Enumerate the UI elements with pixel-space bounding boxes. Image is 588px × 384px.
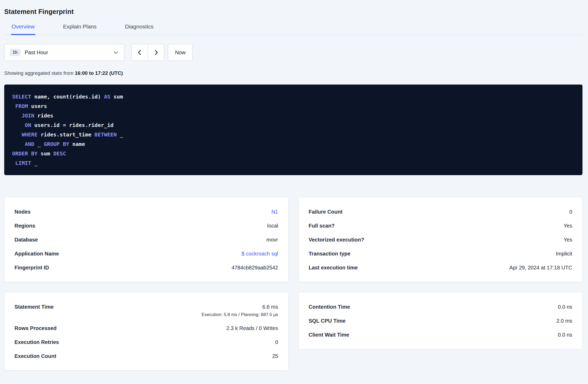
stat-label: Last execution time [309, 265, 358, 271]
overview-card-right: Failure Count0Full scan?YesVectorized ex… [298, 197, 583, 282]
sql-text: name, count(rides.id) [31, 93, 104, 100]
stat-value-group: N1 [271, 209, 278, 215]
sql-text [12, 122, 25, 128]
sql-line: AND _ GROUP BY name [12, 139, 575, 149]
interval-step-group [131, 44, 164, 61]
stat-row: Statement Time6.6 msExecution: 5.8 ms / … [14, 304, 278, 317]
chevron-right-icon [153, 49, 159, 56]
stat-value: 25 [272, 353, 278, 359]
sql-statement-box: SELECT name, count(rides.id) AS sum FROM… [4, 85, 582, 175]
sql-keyword: AS [104, 93, 110, 100]
stat-label: Vectorized execution? [309, 237, 364, 243]
stat-value-group: $ cockroach sql [242, 251, 278, 257]
sql-line: ORDER BY sum DESC [12, 149, 575, 158]
stat-value-link[interactable]: $ cockroach sql [242, 251, 278, 257]
sql-text: rides.start_time [37, 131, 94, 138]
stat-value-group: movr [266, 237, 278, 243]
stat-value-group: 0.0 ns [558, 304, 572, 310]
stat-value-group: 0 [569, 209, 572, 215]
sql-text: sum [110, 93, 123, 100]
chevron-down-icon [113, 50, 119, 55]
sql-text: users.id = rides.rider_id [31, 122, 113, 128]
stat-label: SQL CPU Time [309, 318, 346, 324]
time-interval-badge: 1h [10, 49, 21, 56]
sql-keyword: LIMIT [15, 160, 31, 166]
time-interval-label: Past Hour [25, 50, 113, 56]
stat-value-group: 25 [272, 353, 278, 359]
sql-line: SELECT name, count(rides.id) AS sum [12, 92, 575, 101]
stat-value-group: 2.0 ms [556, 318, 572, 324]
sql-placeholder: _ [34, 141, 44, 147]
stat-row: Client Wait Time0.0 ns [309, 332, 572, 338]
stat-label: Contention Time [309, 304, 350, 310]
stat-label: Statement Time [14, 304, 54, 310]
tab-diagnostics[interactable]: Diagnostics [124, 23, 154, 35]
stat-value-group: 0.0 ns [558, 332, 572, 338]
stat-value-group: Yes [564, 223, 572, 229]
sql-text [12, 112, 22, 119]
stat-label: Execution Count [14, 353, 56, 359]
sql-text [12, 103, 15, 109]
stat-row: Regionslocal [14, 223, 278, 229]
stat-row: Vectorized execution?Yes [309, 237, 572, 243]
aggregated-stats-prefix: Showing aggregated stats from [4, 70, 73, 76]
sql-keyword: GROUP BY [44, 141, 69, 147]
sql-line: FROM users [12, 101, 575, 111]
stat-value: Yes [564, 223, 572, 229]
tab-overview[interactable]: Overview [11, 23, 35, 35]
time-interval-picker[interactable]: 1h Past Hour [4, 44, 124, 61]
sql-placeholder: _ [117, 131, 123, 138]
sql-keyword: SELECT [12, 93, 31, 100]
stat-subvalue: Execution: 5.8 ms / Planning: 687.5 µs [202, 312, 278, 317]
stat-label: Regions [14, 223, 35, 229]
prev-interval-button[interactable] [131, 44, 148, 61]
tab-explain-plans[interactable]: Explain Plans [63, 23, 97, 35]
stat-value-group: Yes [564, 237, 572, 243]
stat-row: Rows Processed2.3 k Reads / 0 Writes [14, 325, 278, 331]
stat-label: Full scan? [309, 223, 335, 229]
stats-cards-grid: NodesN1RegionslocalDatabasemovrApplicati… [4, 197, 582, 371]
overview-card-left: NodesN1RegionslocalDatabasemovrApplicati… [4, 197, 288, 282]
stat-value: Apr 29, 2024 at 17:18 UTC [509, 265, 572, 271]
stat-value-link[interactable]: N1 [271, 209, 278, 215]
stat-value-group: 6.6 msExecution: 5.8 ms / Planning: 687.… [202, 304, 278, 317]
timing-card-right: Contention Time0.0 nsSQL CPU Time2.0 msC… [298, 292, 583, 349]
stat-value-group: 2.3 k Reads / 0 Writes [226, 325, 278, 331]
stat-value-group: Implicit [556, 251, 572, 257]
sql-line: LIMIT _ [12, 158, 575, 168]
stat-label: Fingerprint ID [14, 265, 49, 271]
sql-keyword: FROM [15, 103, 28, 109]
timing-card-left: Statement Time6.6 msExecution: 5.8 ms / … [4, 292, 288, 371]
sql-text [12, 141, 25, 147]
stat-row: SQL CPU Time2.0 ms [309, 318, 572, 324]
sql-keyword: AND [25, 141, 34, 147]
stat-row: Application Name$ cockroach sql [14, 251, 278, 257]
stat-row: Full scan?Yes [309, 223, 572, 229]
stat-value: movr [266, 237, 278, 243]
tab-bar: OverviewExplain PlansDiagnostics [4, 23, 582, 35]
stat-label: Database [14, 237, 38, 243]
stat-label: Failure Count [309, 209, 343, 215]
sql-text: users [28, 103, 47, 109]
chevron-left-icon [137, 49, 143, 56]
stat-value: 6.6 ms [262, 304, 278, 310]
aggregated-stats-line: Showing aggregated stats from 16:00 to 1… [4, 70, 582, 76]
stat-value: Implicit [556, 251, 572, 257]
stat-value: 2.0 ms [556, 318, 572, 324]
stat-label: Nodes [14, 209, 31, 215]
stat-value: Yes [564, 237, 572, 243]
stat-value: 0.0 ns [558, 332, 572, 338]
stat-row: Fingerprint ID4784cb829aab2542 [14, 265, 278, 271]
sql-text: rides [34, 112, 53, 119]
page-title: Statement Fingerprint [4, 8, 582, 16]
sql-keyword: WHERE [22, 131, 37, 138]
stat-row: Last execution timeApr 29, 2024 at 17:18… [309, 265, 572, 271]
now-button[interactable]: Now [168, 44, 193, 61]
stat-value: 0 [569, 209, 572, 215]
time-controls: 1h Past Hour Now [4, 44, 582, 61]
stat-row: Execution Retries0 [14, 339, 278, 345]
sql-text: name [69, 141, 85, 147]
sql-text [12, 160, 15, 166]
stat-row: NodesN1 [14, 209, 278, 215]
next-interval-button[interactable] [148, 44, 164, 61]
